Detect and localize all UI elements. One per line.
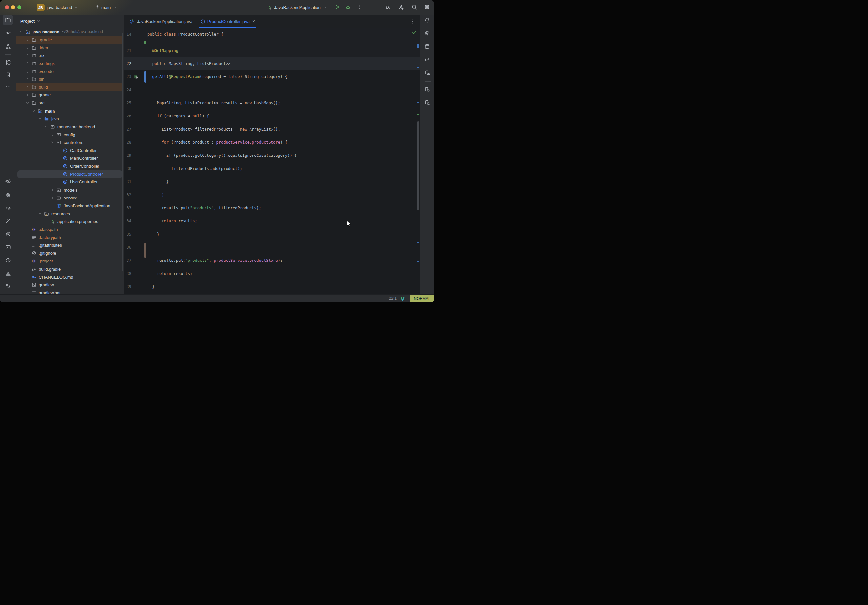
code-line-27[interactable]: 27 List<Product> filteredProducts = new … [124, 123, 420, 136]
code-line-23[interactable]: 23 getAll(@RequestParam(required = false… [124, 70, 420, 84]
tool-button-problems[interactable] [3, 255, 13, 265]
project-panel-header[interactable]: Project [16, 15, 124, 27]
tool-button-bookmarks[interactable] [3, 69, 13, 80]
code-line-33[interactable]: 33 results.put("products", filteredProdu… [124, 201, 420, 215]
tree-item-monostore.backend[interactable]: monostore.backend [16, 123, 124, 131]
tree-item-CHANGELOG.md[interactable]: MCHANGELOG.md [16, 273, 124, 281]
project-widget[interactable]: JB java-backend [35, 3, 80, 12]
tree-item-java-backend[interactable]: java-backend~/Github/java-backend [16, 28, 124, 36]
chevron-right-icon[interactable] [26, 54, 29, 57]
inspections-ok-icon[interactable] [411, 30, 417, 36]
tree-item-.gradle[interactable]: .gradle [16, 36, 124, 43]
tool-button-warnings[interactable] [3, 268, 13, 279]
tree-item-.project[interactable]: .project [16, 257, 124, 265]
editor-options-icon[interactable] [410, 19, 415, 24]
more-actions-button[interactable] [356, 4, 362, 9]
code-line-25[interactable]: 25 Map<String, List<Product>> results = … [124, 96, 420, 110]
tree-item-UserController[interactable]: CUserController [16, 178, 124, 186]
tool-button-ai-assistant[interactable] [422, 28, 432, 39]
code-line-35[interactable]: 35 } [124, 228, 420, 241]
tree-item-resources[interactable]: resources [16, 210, 124, 218]
code-line-37[interactable]: 37 results.put("products", productServic… [124, 254, 420, 267]
chevron-right-icon[interactable] [26, 61, 29, 65]
tree-item-gradlew[interactable]: gradlew [16, 281, 124, 289]
tool-button-profiler[interactable] [3, 203, 13, 213]
tool-button-incognito[interactable] [3, 189, 13, 200]
tree-item-build[interactable]: build [16, 84, 124, 91]
code-line-30[interactable]: 30 filteredProducts.add(product); [124, 162, 420, 175]
tree-item-.settings[interactable]: .settings [16, 59, 124, 67]
chevron-right-icon[interactable] [26, 46, 29, 50]
tab-productcontroller[interactable]: C ProductController.java × [197, 15, 258, 28]
code-line-22[interactable]: 22 public Map<String, List<Product>> [124, 57, 420, 70]
add-user-button[interactable] [398, 4, 404, 10]
code-line-28[interactable]: 28 for (Product product : productService… [124, 136, 420, 149]
tree-item-gradle[interactable]: gradle [16, 91, 124, 99]
branch-widget[interactable]: main [93, 3, 118, 12]
chevron-down-icon[interactable] [32, 109, 36, 113]
code-line-39[interactable]: 39 } [124, 280, 420, 293]
chevron-down-icon[interactable] [19, 30, 23, 34]
tool-button-device-manager[interactable] [422, 84, 432, 94]
tool-button-branches[interactable] [3, 281, 13, 292]
chevron-right-icon[interactable] [26, 70, 29, 73]
editor-scrollbar[interactable] [417, 121, 419, 210]
ai-wrap-button[interactable] [385, 4, 391, 10]
tool-button-terminal[interactable] [3, 242, 13, 252]
code-line-36[interactable]: 36 [124, 241, 420, 254]
close-tab-icon[interactable]: × [253, 19, 255, 24]
code-line-24[interactable]: 24 [124, 84, 420, 96]
tree-item-.gitattributes[interactable]: .gitattributes [16, 241, 124, 249]
tree-item-.nx[interactable]: .nx [16, 51, 124, 59]
caret-position-widget[interactable]: 22:1 [389, 296, 397, 300]
tree-item-OrderController[interactable]: COrderController [16, 162, 124, 170]
chevron-right-icon[interactable] [26, 77, 29, 81]
chevron-right-icon[interactable] [26, 38, 29, 42]
code-line-29[interactable]: 29 if (product.getCategory().equalsIgnor… [124, 149, 420, 162]
code-line-14[interactable]: 14public class ProductController { [124, 28, 420, 41]
tree-item-ProductController[interactable]: CProductController [16, 170, 124, 178]
tree-item-.factorypath[interactable]: .factorypath [16, 234, 124, 241]
chevron-right-icon[interactable] [51, 133, 54, 136]
tool-button-project[interactable] [3, 15, 13, 25]
chevron-down-icon[interactable] [44, 125, 48, 128]
tree-item-.classpath[interactable]: .classpath [16, 226, 124, 234]
tree-item-service[interactable]: service [16, 194, 124, 202]
chevron-down-icon[interactable] [38, 212, 42, 215]
run-configuration-selector[interactable]: JavaBackendApplication [265, 3, 329, 12]
tree-item-config[interactable]: config [16, 131, 124, 138]
tree-item-MainController[interactable]: CMainController [16, 155, 124, 162]
code-line-31[interactable]: 31 } [124, 175, 420, 188]
chevron-down-icon[interactable] [26, 101, 29, 105]
chevron-right-icon[interactable] [51, 188, 54, 192]
tree-item-application.properties[interactable]: application.properties [16, 218, 124, 225]
chevron-right-icon[interactable] [26, 85, 29, 89]
minimize-window-button[interactable] [11, 5, 15, 9]
tree-item-main[interactable]: main [16, 107, 124, 115]
tree-item-JavaBackendApplication[interactable]: JavaBackendApplication [16, 202, 124, 210]
tree-item-src[interactable]: src [16, 99, 124, 107]
tool-button-notifications[interactable] [422, 15, 432, 25]
tree-item-.gitignore[interactable]: .gitignore [16, 249, 124, 257]
tool-button-commit[interactable] [3, 28, 13, 38]
tree-item-controllers[interactable]: controllers [16, 138, 124, 146]
chevron-down-icon[interactable] [51, 141, 54, 144]
tool-button-copilot[interactable] [3, 176, 13, 187]
chevron-down-icon[interactable] [38, 117, 42, 121]
code-line-32[interactable]: 32 } [124, 188, 420, 201]
close-window-button[interactable] [5, 5, 9, 9]
tree-item-models[interactable]: models [16, 186, 124, 194]
code-line-38[interactable]: 38 return results; [124, 267, 420, 280]
tool-button-gradle[interactable] [422, 54, 432, 64]
code-line-34[interactable]: 34 return results; [124, 215, 420, 228]
ideavim-icon[interactable] [400, 296, 405, 301]
chevron-right-icon[interactable] [26, 93, 29, 97]
search-everywhere-button[interactable] [411, 4, 417, 10]
tree-item-gradlew.bat[interactable]: gradlew.bat [16, 289, 124, 295]
project-tree-scrollbar[interactable] [122, 33, 124, 271]
tool-button-more-tools[interactable] [3, 81, 13, 91]
rest-endpoint-icon[interactable] [133, 74, 138, 79]
code-editor[interactable]: 14public class ProductController {21 @Ge… [124, 28, 420, 295]
tree-item-.vscode[interactable]: .vscode [16, 68, 124, 76]
tree-item-java[interactable]: java [16, 115, 124, 123]
